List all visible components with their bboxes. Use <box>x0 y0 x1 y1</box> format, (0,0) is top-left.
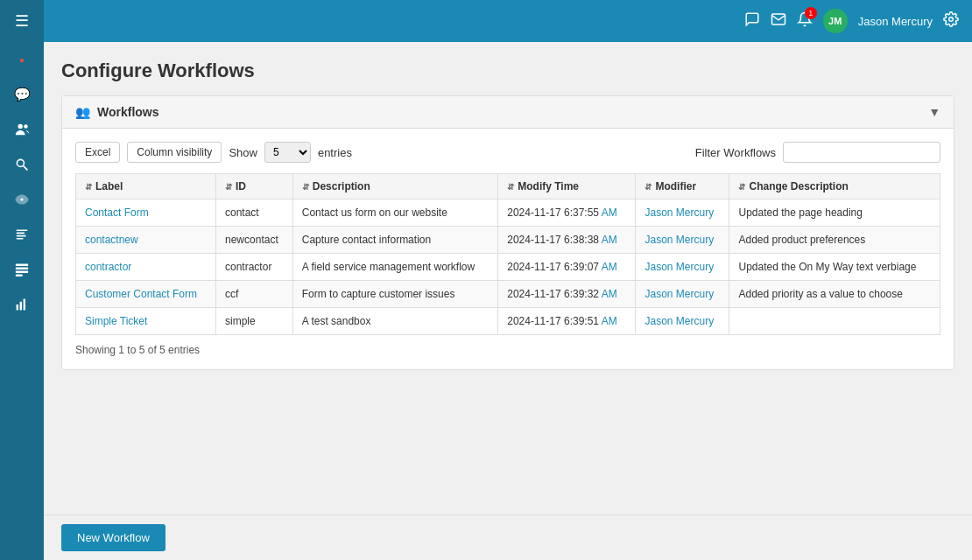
panel-header: 👥 Workflows ▼ <box>62 96 954 129</box>
label-link[interactable]: Contact Form <box>85 206 149 219</box>
new-workflow-button[interactable]: New Workflow <box>61 524 166 551</box>
cell-modify_time: 2024-11-17 6:38:38 AM <box>498 227 636 254</box>
time-date: 2024-11-17 6:37:55 <box>507 206 601 219</box>
chat-icon[interactable] <box>744 11 760 31</box>
time-ampm: AM <box>602 206 617 219</box>
svg-point-15 <box>949 18 954 22</box>
page-title: Configure Workflows <box>61 60 954 82</box>
col-id[interactable]: ⇵ID <box>216 174 293 200</box>
svg-rect-9 <box>16 268 28 270</box>
modifier-link[interactable]: Jason Mercury <box>644 206 714 219</box>
column-visibility-button[interactable]: Column visibility <box>127 142 222 163</box>
table-controls: Excel Column visibility Show 5 10 25 50 … <box>75 142 940 163</box>
table-controls-right: Filter Workflows <box>695 142 940 163</box>
workflows-icon: 👥 <box>75 105 90 119</box>
sidebar-search-icon[interactable] <box>0 147 44 182</box>
panel-header-title: 👥 Workflows <box>75 105 159 119</box>
table-row: Customer Contact FormccfForm to capture … <box>76 281 940 308</box>
cell-label: Customer Contact Form <box>76 281 216 308</box>
table-controls-left: Excel Column visibility Show 5 10 25 50 … <box>75 142 352 163</box>
email-icon[interactable] <box>771 11 786 31</box>
table-footer-text: Showing 1 to 5 of 5 entries <box>75 344 200 356</box>
page-content: Configure Workflows 👥 Workflows ▼ Excel … <box>44 42 972 514</box>
show-label: Show <box>229 146 257 159</box>
data-table: ⇵Label ⇵ID ⇵Description ⇵Modify Time <box>75 173 940 335</box>
col-label[interactable]: ⇵Label <box>76 174 216 200</box>
cell-modify_time: 2024-11-17 6:39:32 AM <box>498 281 636 308</box>
cell-modifier: Jason Mercury <box>636 227 729 254</box>
svg-rect-12 <box>17 304 18 310</box>
user-avatar[interactable]: JM <box>823 9 848 33</box>
cell-label: Contact Form <box>76 200 216 227</box>
cell-description: Form to capture customer issues <box>292 281 498 308</box>
modifier-link[interactable]: Jason Mercury <box>644 234 714 246</box>
cell-change_description: Added product preferences <box>729 227 940 254</box>
svg-point-0 <box>18 124 23 129</box>
time-ampm: AM <box>602 234 617 246</box>
sidebar: ☰ ● 💬 <box>0 0 44 560</box>
entries-select[interactable]: 5 10 25 50 100 <box>264 142 311 163</box>
cell-modify_time: 2024-11-17 6:39:51 AM <box>498 308 636 335</box>
col-modify-time[interactable]: ⇵Modify Time <box>498 174 636 200</box>
svg-rect-11 <box>16 275 23 276</box>
table-row: contactnewnewcontactCapture contact info… <box>76 227 940 254</box>
time-ampm: AM <box>602 261 617 273</box>
time-ampm: AM <box>602 288 617 300</box>
cell-change_description: Added priority as a value to choose <box>729 281 940 308</box>
sidebar-menu-button[interactable]: ☰ <box>0 0 44 42</box>
filter-label: Filter Workflows <box>695 146 776 159</box>
sidebar-settings-icon[interactable] <box>0 182 44 217</box>
modifier-link[interactable]: Jason Mercury <box>644 288 714 300</box>
cell-modifier: Jason Mercury <box>636 200 729 227</box>
collapse-icon[interactable]: ▼ <box>928 105 940 119</box>
table-footer: Showing 1 to 5 of 5 entries <box>75 344 940 356</box>
cell-modifier: Jason Mercury <box>636 308 729 335</box>
cell-change_description: Updated the On My Way text verbiage <box>729 254 940 281</box>
svg-line-3 <box>24 166 28 171</box>
svg-rect-8 <box>16 264 28 266</box>
bottom-bar: New Workflow <box>44 514 972 560</box>
excel-button[interactable]: Excel <box>75 142 120 163</box>
sidebar-workflows-icon[interactable] <box>0 217 44 252</box>
user-name[interactable]: Jason Mercury <box>858 15 933 28</box>
modifier-link[interactable]: Jason Mercury <box>644 315 714 327</box>
panel-body: Excel Column visibility Show 5 10 25 50 … <box>62 129 954 369</box>
table-row: Simple TicketsimpleA test sandbox2024-11… <box>76 308 940 335</box>
filter-input[interactable] <box>783 142 940 163</box>
time-date: 2024-11-17 6:39:07 <box>507 261 601 273</box>
col-change-description[interactable]: ⇵Change Description <box>729 174 940 200</box>
cell-label: contractor <box>76 254 216 281</box>
cell-modify_time: 2024-11-17 6:39:07 AM <box>498 254 636 281</box>
time-date: 2024-11-17 6:39:51 <box>507 315 601 327</box>
sidebar-users-icon[interactable] <box>0 112 44 147</box>
cell-description: Capture contact information <box>292 227 498 254</box>
cell-description: Contact us form on our website <box>292 200 498 227</box>
sidebar-list-icon[interactable] <box>0 252 44 287</box>
sidebar-reports-icon[interactable] <box>0 287 44 322</box>
label-link[interactable]: Customer Contact Form <box>85 288 197 300</box>
sort-icon-change-desc: ⇵ <box>738 182 745 192</box>
svg-rect-4 <box>17 229 28 231</box>
notification-badge: 1 <box>805 7 817 19</box>
label-link[interactable]: contractor <box>85 261 131 273</box>
sort-icon-time: ⇵ <box>507 182 514 192</box>
topbar-settings-icon[interactable] <box>943 11 959 31</box>
sidebar-chat-icon[interactable]: 💬 <box>0 77 44 112</box>
col-description[interactable]: ⇵Description <box>292 174 498 200</box>
notification-icon[interactable]: 1 <box>797 11 813 31</box>
label-link[interactable]: contactnew <box>85 234 138 246</box>
table-row: Contact FormcontactContact us form on ou… <box>76 200 940 227</box>
time-date: 2024-11-17 6:38:38 <box>507 234 601 246</box>
table-body: Contact FormcontactContact us form on ou… <box>76 200 940 335</box>
cell-description: A field service management workflow <box>292 254 498 281</box>
sidebar-notification[interactable]: ● <box>0 42 44 77</box>
svg-rect-14 <box>24 299 25 311</box>
cell-change_description <box>729 308 940 335</box>
sort-icon-id: ⇵ <box>225 182 232 192</box>
entries-label: entries <box>318 146 352 159</box>
svg-rect-10 <box>16 271 28 273</box>
label-link[interactable]: Simple Ticket <box>85 315 147 327</box>
col-modifier[interactable]: ⇵Modifier <box>636 174 729 200</box>
svg-point-2 <box>17 159 24 166</box>
modifier-link[interactable]: Jason Mercury <box>644 261 714 273</box>
